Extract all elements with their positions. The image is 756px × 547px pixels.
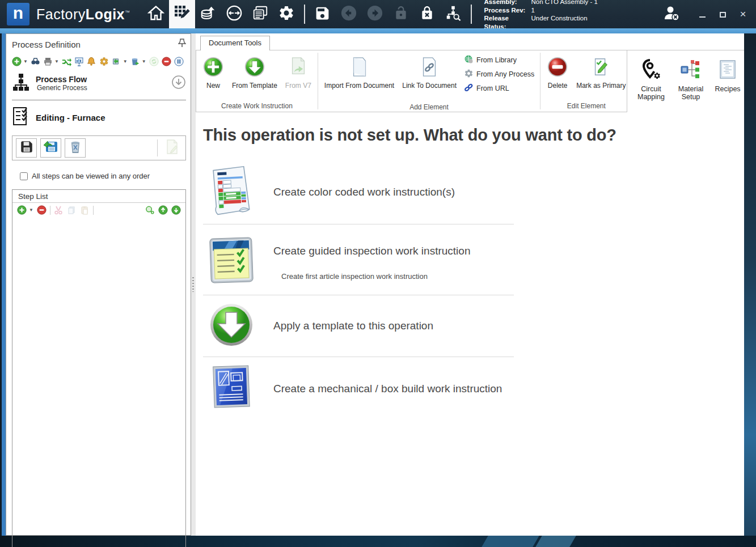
- move-up-icon[interactable]: [158, 205, 168, 215]
- user-logout-button[interactable]: [662, 5, 681, 24]
- mark-primary-icon: [592, 56, 611, 80]
- remove-step-icon[interactable]: [37, 205, 47, 215]
- move-down-icon[interactable]: [171, 205, 181, 215]
- option-label: Create color coded work instruction(s): [273, 186, 455, 198]
- gear-gold-icon[interactable]: [99, 57, 109, 66]
- option-label: Apply a template to this operation: [273, 320, 433, 332]
- process-definition-panel: Process Definition ▼ ▼ ▼ ▼ Proc: [6, 33, 191, 536]
- add-step-icon[interactable]: [17, 205, 27, 215]
- bell-icon[interactable]: [87, 57, 96, 66]
- home-button[interactable]: [143, 0, 169, 28]
- material-setup-icon: [679, 58, 702, 83]
- copy-icon[interactable]: [67, 205, 77, 215]
- recipes-button[interactable]: Recipes: [711, 55, 744, 112]
- presentation-icon[interactable]: [74, 57, 84, 66]
- refresh-icon[interactable]: [149, 57, 159, 66]
- paste-icon[interactable]: [80, 205, 90, 215]
- cut-icon[interactable]: [54, 205, 64, 215]
- back-button[interactable]: [336, 0, 362, 28]
- settings-gear-icon: [278, 5, 295, 24]
- link-to-document-button[interactable]: Link To Document: [398, 53, 461, 91]
- option-color-coded[interactable]: Create color coded work instruction(s): [203, 160, 521, 224]
- gears-icon: [464, 69, 474, 80]
- group-label: Edit Element: [543, 101, 630, 112]
- chevron-down-icon[interactable]: ▼: [54, 59, 59, 64]
- process-audit-button[interactable]: [440, 0, 466, 28]
- window-border-right: [744, 33, 756, 536]
- material-setup-button[interactable]: Material Setup: [673, 55, 709, 112]
- link-icon: [464, 83, 474, 94]
- option-mechanical[interactable]: Create a mechanical / box build work ins…: [203, 357, 521, 421]
- group-label: Add Element: [320, 102, 538, 113]
- save-button[interactable]: [310, 0, 336, 28]
- option-guided-inspection[interactable]: Create guided inspection work instructio…: [203, 224, 521, 295]
- chevron-down-icon[interactable]: ▼: [29, 207, 33, 213]
- delete-step-button[interactable]: [65, 138, 86, 158]
- pause-icon[interactable]: [174, 57, 184, 66]
- group-label: Create Work Instruction: [198, 101, 315, 112]
- sync-button[interactable]: [221, 0, 247, 28]
- option-label: Create a mechanical / box build work ins…: [273, 383, 502, 395]
- sync-icon: [226, 5, 243, 24]
- operation-setup-content: This operation is not set up. What do yo…: [196, 112, 744, 536]
- process-definition-button[interactable]: [169, 0, 195, 28]
- any-order-checkbox[interactable]: [20, 172, 28, 180]
- add-icon[interactable]: [12, 57, 22, 66]
- from-library-button[interactable]: From Library: [464, 54, 534, 66]
- save-as-button[interactable]: [40, 138, 61, 158]
- materials-button[interactable]: [195, 0, 221, 28]
- option-label: Create guided inspection work instructio…: [273, 245, 470, 257]
- new-button[interactable]: New: [198, 53, 228, 91]
- group-add-element: Import From Document Link To Document Fr…: [318, 50, 540, 112]
- tab-document-tools[interactable]: Document Tools: [200, 36, 270, 50]
- app-logo: n: [7, 3, 29, 26]
- ribbon-right-section: Circuit Mapping Material Setup Recipes: [627, 50, 744, 112]
- app-title: FactoryLogix™: [36, 6, 130, 23]
- recipes-icon: [717, 58, 738, 83]
- from-any-process-button[interactable]: From Any Process: [464, 68, 534, 80]
- process-flow-row[interactable]: Process Flow Generic Process: [12, 73, 186, 94]
- lock-button[interactable]: [414, 0, 440, 28]
- from-v7-icon: [289, 56, 308, 80]
- export-icon[interactable]: [112, 57, 121, 66]
- pin-icon[interactable]: [178, 39, 186, 50]
- settings-button[interactable]: [273, 0, 299, 28]
- documents-button[interactable]: [247, 0, 273, 28]
- trash-icon: [69, 139, 82, 156]
- chevron-down-icon[interactable]: ▼: [123, 59, 128, 64]
- new-icon: [202, 56, 224, 80]
- save-step-button[interactable]: [16, 138, 37, 158]
- import-from-document-button[interactable]: Import From Document: [320, 53, 398, 91]
- unlock-button[interactable]: [388, 0, 414, 28]
- trash-export-icon[interactable]: [130, 57, 140, 66]
- divider: [12, 100, 186, 100]
- panel-splitter[interactable]: [191, 33, 196, 536]
- option-apply-template[interactable]: Apply a template to this operation: [203, 295, 521, 357]
- edit-document-button[interactable]: [161, 138, 182, 158]
- mark-as-primary-button[interactable]: Mark as Primary: [572, 53, 630, 91]
- from-v7-button[interactable]: From V7: [281, 53, 315, 91]
- forward-button[interactable]: [362, 0, 388, 28]
- editing-toolbar: [12, 135, 186, 160]
- process-audit-icon: [445, 5, 462, 24]
- chevron-down-icon[interactable]: ▼: [142, 59, 146, 64]
- titlebar: n FactoryLogix™: [0, 0, 756, 28]
- option-sub-label[interactable]: Create first article inspection work ins…: [281, 272, 470, 281]
- maximize-button[interactable]: [717, 10, 728, 19]
- search-icon[interactable]: [31, 57, 40, 66]
- shuffle-icon[interactable]: [62, 57, 71, 66]
- expand-down-icon[interactable]: [171, 75, 186, 92]
- guided-inspection-icon: [207, 234, 256, 290]
- from-url-button[interactable]: From URL: [464, 82, 534, 94]
- close-button[interactable]: ×: [738, 8, 748, 20]
- zoom-add-icon[interactable]: [145, 205, 155, 215]
- minimize-button[interactable]: [697, 10, 707, 19]
- circuit-mapping-button[interactable]: Circuit Mapping: [632, 55, 670, 112]
- remove-icon[interactable]: [162, 57, 171, 66]
- from-template-button[interactable]: From Template: [228, 53, 281, 91]
- delete-button[interactable]: Delete: [543, 53, 572, 91]
- print-icon[interactable]: [43, 57, 53, 66]
- chevron-down-icon[interactable]: ▼: [23, 59, 28, 64]
- any-order-label: All steps can be viewed in any order: [32, 172, 150, 180]
- assembly-value: Non CTO Assembly - 1: [531, 0, 598, 6]
